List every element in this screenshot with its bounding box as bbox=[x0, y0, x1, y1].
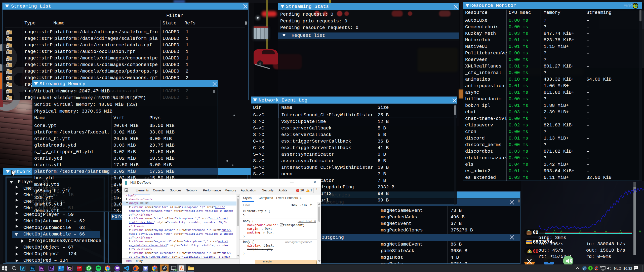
svg-text:$: $ bbox=[529, 251, 530, 253]
